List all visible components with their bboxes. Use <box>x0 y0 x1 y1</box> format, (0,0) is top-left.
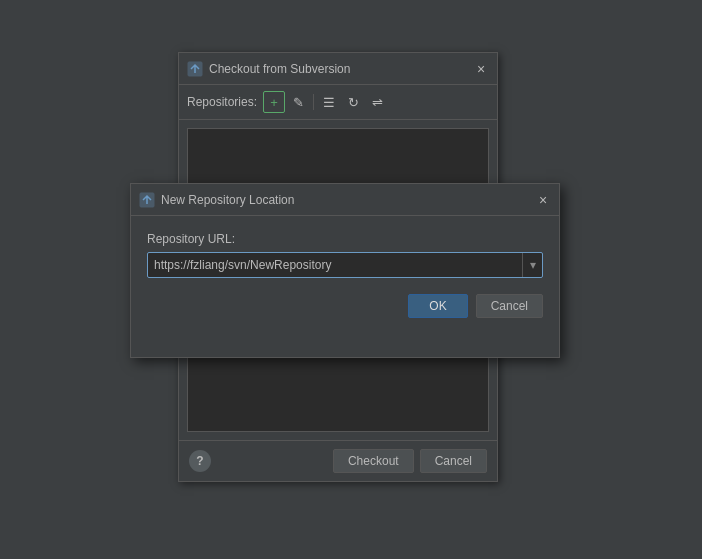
new-repo-footer: OK Cancel <box>131 290 559 330</box>
browse-icon: ☰ <box>323 95 335 110</box>
settings-button[interactable]: ⇌ <box>366 91 388 113</box>
repository-url-input[interactable] <box>148 258 522 272</box>
checkout-dialog-title: Checkout from Subversion <box>209 62 350 76</box>
new-repo-titlebar: New Repository Location × <box>131 184 559 216</box>
add-icon: + <box>270 95 278 110</box>
ok-button[interactable]: OK <box>408 294 467 318</box>
settings-icon: ⇌ <box>372 95 383 110</box>
new-repo-cancel-button[interactable]: Cancel <box>476 294 543 318</box>
chevron-down-icon: ▾ <box>530 258 536 272</box>
new-repo-content: Repository URL: ▾ <box>131 216 559 290</box>
new-repo-titlebar-left: New Repository Location <box>139 192 294 208</box>
footer-buttons: Checkout Cancel <box>333 449 487 473</box>
checkout-close-button[interactable]: × <box>473 61 489 77</box>
checkout-titlebar: Checkout from Subversion × <box>179 53 497 85</box>
checkout-cancel-button[interactable]: Cancel <box>420 449 487 473</box>
repositories-toolbar: Repositories: + ✎ ☰ ↻ ⇌ <box>179 85 497 120</box>
edit-repository-button[interactable]: ✎ <box>287 91 309 113</box>
browse-repository-button[interactable]: ☰ <box>318 91 340 113</box>
new-repo-dialog-title: New Repository Location <box>161 193 294 207</box>
url-input-wrapper: ▾ <box>147 252 543 278</box>
checkout-button[interactable]: Checkout <box>333 449 414 473</box>
refresh-button[interactable]: ↻ <box>342 91 364 113</box>
new-repo-dialog-icon <box>139 192 155 208</box>
new-repository-dialog: New Repository Location × Repository URL… <box>130 183 560 358</box>
url-dropdown-button[interactable]: ▾ <box>522 253 542 277</box>
repositories-label: Repositories: <box>187 95 257 109</box>
add-repository-button[interactable]: + <box>263 91 285 113</box>
url-field-label: Repository URL: <box>147 232 543 246</box>
new-repo-close-button[interactable]: × <box>535 192 551 208</box>
checkout-footer: ? Checkout Cancel <box>179 440 497 481</box>
toolbar-separator-1 <box>313 94 314 110</box>
checkout-titlebar-left: Checkout from Subversion <box>187 61 350 77</box>
refresh-icon: ↻ <box>348 95 359 110</box>
help-button[interactable]: ? <box>189 450 211 472</box>
checkout-dialog-icon <box>187 61 203 77</box>
edit-icon: ✎ <box>293 95 304 110</box>
